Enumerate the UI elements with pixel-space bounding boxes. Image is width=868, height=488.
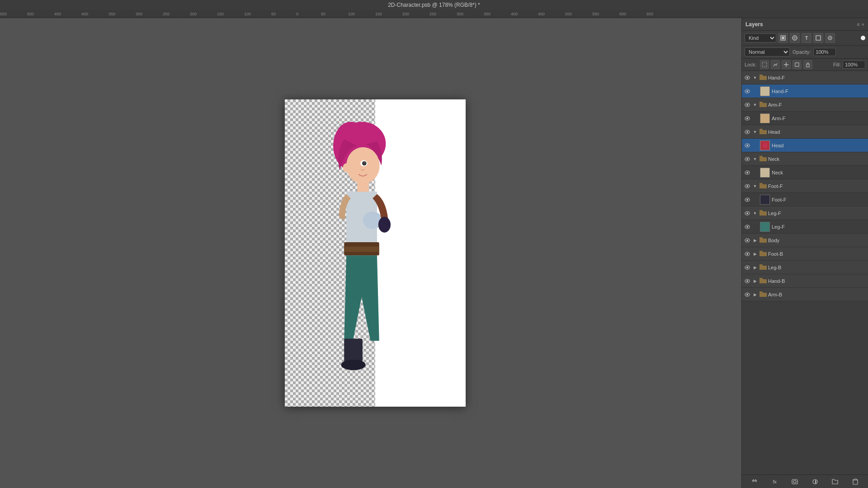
new-group-button[interactable]: [830, 477, 840, 487]
svg-point-50: [746, 253, 748, 255]
layer-body-group[interactable]: ▶ Body: [742, 234, 868, 247]
layer-hand-f-layer[interactable]: ▶ Hand-F: [742, 84, 868, 98]
layer-neck-group-name: Neck: [768, 156, 866, 162]
layer-leg-f-group-name: Leg-F: [768, 211, 866, 216]
svg-point-48: [746, 239, 748, 241]
layer-neck-group-expand[interactable]: ▼: [752, 156, 758, 162]
title-bar: 2D-Character.psb @ 178% (RGB/8*) *: [0, 0, 868, 10]
svg-rect-22: [807, 64, 809, 67]
layer-hand-f-group-visibility[interactable]: [744, 74, 751, 81]
layer-hand-b-group[interactable]: ▶ Hand-B: [742, 274, 868, 288]
layer-leg-f-thumb: [760, 222, 770, 232]
svg-point-58: [793, 480, 796, 483]
layer-leg-b-group-visibility[interactable]: [744, 264, 751, 271]
layer-neck-group[interactable]: ▼ Neck: [742, 152, 868, 166]
layer-hand-b-group-icon: [759, 277, 767, 285]
svg-point-19: [830, 38, 831, 39]
svg-point-40: [746, 185, 748, 187]
layer-head-name: Head: [772, 143, 866, 148]
layers-panel: Layers ≡ × Kind T Normal Multiply: [741, 18, 868, 488]
layer-head-group[interactable]: ▼ Head: [742, 125, 868, 139]
layer-head-group-expand[interactable]: ▼: [752, 129, 758, 135]
lock-image-button[interactable]: [771, 60, 780, 69]
layer-body-group-icon: [759, 236, 767, 244]
layer-foot-b-group-expand[interactable]: ▶: [752, 251, 758, 257]
fill-input[interactable]: [843, 61, 865, 69]
panel-close-button[interactable]: ×: [862, 22, 864, 27]
layer-arm-f-layer[interactable]: ▶ Arm-F: [742, 112, 868, 125]
layer-neck-visibility[interactable]: [744, 169, 751, 176]
layer-hand-f-group-expand[interactable]: ▼: [752, 75, 758, 81]
svg-rect-17: [816, 36, 821, 40]
filter-type-button[interactable]: T: [802, 33, 811, 43]
layer-arm-b-group-visibility[interactable]: [744, 291, 751, 298]
delete-layer-button[interactable]: [850, 477, 860, 487]
layer-arm-f-group-visibility[interactable]: [744, 101, 751, 108]
blend-mode-select[interactable]: Normal Multiply Screen Overlay: [745, 47, 790, 56]
layer-foot-f-visibility[interactable]: [744, 196, 751, 203]
layer-foot-f-group[interactable]: ▼ Foot-F: [742, 179, 868, 193]
layer-leg-f-visibility[interactable]: [744, 223, 751, 230]
layer-head-group-name: Head: [768, 129, 866, 135]
layers-list[interactable]: ▼ Hand-F ▶ Hand-F ▼ Arm-F: [742, 71, 868, 474]
add-layer-mask-button[interactable]: [790, 477, 800, 487]
layer-foot-b-group-name: Foot-B: [768, 251, 866, 257]
layer-hand-b-group-name: Hand-B: [768, 278, 866, 284]
layer-arm-f-group-name: Arm-F: [768, 102, 866, 108]
layer-leg-f-layer[interactable]: ▶ Leg-F: [742, 220, 868, 234]
new-fill-adjustment-button[interactable]: [810, 477, 820, 487]
svg-point-52: [746, 267, 748, 268]
layer-neck-group-visibility[interactable]: [744, 155, 751, 163]
lock-artboard-button[interactable]: [793, 60, 802, 69]
lock-all-button[interactable]: [803, 60, 812, 69]
layer-neck-layer[interactable]: ▶ Neck: [742, 166, 868, 179]
layer-foot-b-group-visibility[interactable]: [744, 250, 751, 258]
layer-head-visibility[interactable]: [744, 142, 751, 149]
layer-arm-b-group[interactable]: ▶ Arm-B: [742, 288, 868, 301]
layer-hand-f-visibility[interactable]: [744, 88, 751, 95]
filter-smart-object-button[interactable]: [825, 33, 835, 43]
filter-pixel-button[interactable]: [778, 33, 788, 43]
layer-foot-b-group[interactable]: ▶ Foot-B: [742, 247, 868, 261]
layers-bottom-toolbar: fx: [742, 474, 868, 488]
layer-hand-b-group-visibility[interactable]: [744, 277, 751, 285]
layer-foot-f-group-expand[interactable]: ▼: [752, 183, 758, 189]
layer-leg-f-group-expand[interactable]: ▼: [752, 210, 758, 216]
layer-foot-f-layer[interactable]: ▶ Foot-F: [742, 193, 868, 206]
svg-point-12: [341, 360, 365, 370]
layer-leg-b-group-icon: [759, 263, 767, 272]
layer-arm-f-group-expand[interactable]: ▼: [752, 102, 758, 108]
lock-position-button[interactable]: [782, 60, 791, 69]
layer-leg-b-group-expand[interactable]: ▶: [752, 264, 758, 271]
layer-head-group-visibility[interactable]: [744, 128, 751, 136]
layer-arm-b-group-icon: [759, 291, 767, 299]
layer-hand-b-group-expand[interactable]: ▶: [752, 278, 758, 284]
layer-arm-f-group[interactable]: ▼ Arm-F: [742, 98, 868, 112]
filter-adjustment-button[interactable]: [790, 33, 800, 43]
layer-body-group-name: Body: [768, 238, 866, 243]
layer-foot-f-group-name: Foot-F: [768, 183, 866, 189]
svg-point-13: [378, 217, 391, 233]
filter-kind-select[interactable]: Kind: [745, 33, 776, 42]
layer-leg-b-group[interactable]: ▶ Leg-B: [742, 261, 868, 274]
layer-head-layer[interactable]: ▶ Head: [742, 139, 868, 152]
layer-arm-b-group-expand[interactable]: ▶: [752, 291, 758, 298]
opacity-input[interactable]: [813, 48, 836, 56]
layer-body-group-expand[interactable]: ▶: [752, 237, 758, 244]
layer-arm-f-visibility[interactable]: [744, 115, 751, 122]
layer-head-group-icon: [759, 128, 767, 136]
link-layers-button[interactable]: [750, 477, 760, 487]
svg-point-42: [746, 199, 748, 201]
layers-panel-header: Layers ≡ ×: [742, 18, 868, 31]
lock-transparent-button[interactable]: [760, 60, 769, 69]
layer-leg-f-group[interactable]: ▼ Leg-F: [742, 206, 868, 220]
layer-body-group-visibility[interactable]: [744, 237, 751, 244]
svg-point-46: [746, 226, 748, 228]
filter-shape-button[interactable]: [813, 33, 823, 43]
layer-foot-f-group-visibility[interactable]: [744, 183, 751, 190]
panel-collapse-button[interactable]: ≡: [857, 22, 859, 27]
add-layer-style-button[interactable]: fx: [770, 477, 780, 487]
layer-hand-f-group[interactable]: ▼ Hand-F: [742, 71, 868, 84]
svg-point-30: [746, 117, 748, 119]
layer-leg-f-group-visibility[interactable]: [744, 210, 751, 217]
